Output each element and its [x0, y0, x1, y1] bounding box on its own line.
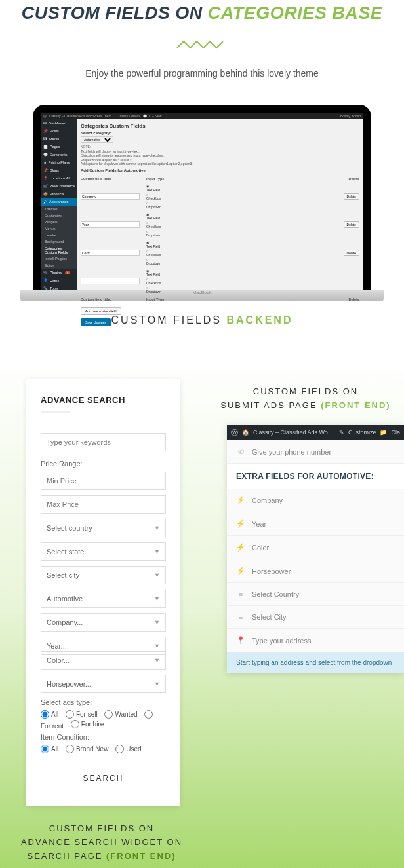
- radio-wanted[interactable]: Wanted: [104, 710, 137, 719]
- field-title-input[interactable]: [81, 278, 140, 284]
- field-title-input[interactable]: [81, 193, 140, 200]
- color-field[interactable]: ⚡Color: [227, 536, 404, 559]
- year-field[interactable]: ⚡Year: [227, 512, 404, 536]
- classify-options[interactable]: Classify Options: [117, 114, 140, 118]
- sidebar-item-blogs[interactable]: 📌Blogs: [41, 166, 77, 174]
- folder-icon[interactable]: 📁: [380, 429, 387, 436]
- chevron-down-icon: ▼: [154, 681, 160, 687]
- radio-blank[interactable]: [144, 710, 153, 719]
- radio-for-rent[interactable]: For rent: [41, 723, 64, 730]
- sidebar-item-posts[interactable]: 📌Posts: [41, 127, 77, 135]
- sidebar-item-products[interactable]: 📦Products: [41, 190, 77, 198]
- field-title-input[interactable]: [81, 250, 140, 256]
- radio-for-hire[interactable]: For hire: [71, 720, 104, 728]
- extra-fields-header: EXTRA FIELDS FOR AUTOMOTIVE:: [227, 464, 404, 489]
- address-field[interactable]: 📍Type your address: [227, 629, 404, 652]
- price-range-label: Price Range:: [41, 460, 166, 468]
- submenu-install[interactable]: Install Plugins: [41, 255, 77, 262]
- comment-icon[interactable]: 💬 0: [143, 114, 150, 118]
- new-link[interactable]: + New: [152, 114, 161, 118]
- submenu-themes[interactable]: Themes: [41, 206, 77, 212]
- country-field[interactable]: ≡Select Country: [227, 583, 404, 606]
- keywords-input[interactable]: [41, 433, 166, 451]
- list-icon: ≡: [236, 613, 245, 621]
- category-select[interactable]: Automotive: [81, 136, 113, 143]
- wp-logo-icon[interactable]: ⓦ: [231, 428, 238, 438]
- min-price-input[interactable]: [41, 472, 166, 490]
- sidebar-item-pricing[interactable]: ★Pricing Plans: [41, 159, 77, 166]
- bolt-icon: ⚡: [236, 519, 245, 528]
- wp-adminbar-front: ⓦ 🏠 Classify – Classified Ads WordPress …: [227, 425, 404, 440]
- country-select[interactable]: Select country▼: [41, 519, 166, 537]
- input-type-radios[interactable]: ◉ Text Field○ Checkbox○ Dropdown: [146, 212, 333, 238]
- search-button[interactable]: SEARCH: [41, 767, 166, 789]
- phone-icon: ✆: [236, 447, 245, 456]
- chevron-down-icon: ▼: [154, 595, 160, 602]
- add-field-button[interactable]: Add new custom field: [81, 307, 121, 315]
- sidebar-item-pages[interactable]: 📄Pages: [41, 143, 77, 151]
- locations-icon: 📍: [43, 176, 48, 180]
- submenu-menus[interactable]: Menus: [41, 225, 77, 232]
- submenu-editor[interactable]: Editor: [41, 262, 77, 269]
- tools-icon: 🔧: [43, 286, 48, 290]
- company-field[interactable]: ⚡Company: [227, 489, 404, 512]
- customize-link[interactable]: Customize: [348, 429, 376, 436]
- wp-adminbar: ⓦ Classify – Classified Ads WordPress Th…: [41, 113, 363, 119]
- company-select[interactable]: Company...▼: [41, 613, 166, 632]
- radio-brand-new[interactable]: Brand New: [66, 745, 108, 753]
- condition-label: Item Condition:: [41, 733, 166, 741]
- horsepower-field[interactable]: ⚡Horsepower: [227, 559, 404, 583]
- delete-button[interactable]: Delete: [344, 193, 359, 200]
- dashboard-icon: ⊞: [43, 121, 47, 125]
- submenu-header[interactable]: Header: [41, 232, 77, 238]
- pin-icon: 📍: [236, 636, 245, 645]
- input-type-radios[interactable]: ◉ Text Field○ Checkbox○ Dropdown: [146, 184, 333, 210]
- sidebar-item-appearance[interactable]: 🖌Appearance: [41, 198, 77, 206]
- input-type-radios[interactable]: ◉ Text Field○ Checkbox○ Dropdown: [146, 240, 333, 266]
- submenu-widgets[interactable]: Widgets: [41, 219, 77, 225]
- sidebar-item-locations[interactable]: 📍Locations All: [41, 174, 77, 182]
- input-type-radios[interactable]: ◉ Text Field○ Checkbox○ Dropdown: [146, 269, 333, 294]
- delete-button[interactable]: Delete: [344, 221, 359, 228]
- sidebar-item-dashboard[interactable]: ⊞Dashboard: [41, 119, 77, 127]
- sidebar-item-woocommerce[interactable]: 🛒WooCommerce: [41, 182, 77, 190]
- sidebar-item-comments[interactable]: 💬Comments: [41, 151, 77, 159]
- wp-main: Categories Custom Fields Select category…: [77, 119, 363, 290]
- submenu-customize[interactable]: Customize: [41, 212, 77, 219]
- chevron-down-icon: ▼: [154, 525, 160, 531]
- comments-icon: 💬: [43, 153, 48, 157]
- select-category-label: Select category:: [81, 131, 359, 135]
- wp-logo-icon: ⓦ: [43, 114, 47, 118]
- customize-icon: ✎: [339, 429, 344, 436]
- radio-used[interactable]: Used: [115, 745, 141, 753]
- save-changes-button[interactable]: Save changes: [81, 318, 111, 326]
- state-select[interactable]: Select state▼: [41, 542, 166, 561]
- radio-for-sell[interactable]: For sell: [66, 710, 98, 719]
- submenu-background[interactable]: Background: [41, 238, 77, 245]
- city-field[interactable]: ≡Select City: [227, 606, 404, 629]
- sidebar-item-users[interactable]: 👤Users: [41, 276, 77, 284]
- city-select[interactable]: Select city▼: [41, 566, 166, 584]
- radio-cond-all[interactable]: All: [41, 745, 58, 753]
- field-title-input[interactable]: [81, 221, 140, 228]
- site-name[interactable]: Classify – Classified Ads WordPress Them…: [49, 114, 114, 118]
- home-icon[interactable]: 🏠: [242, 429, 249, 436]
- horsepower-select[interactable]: Horsepower...▼: [41, 675, 166, 693]
- submit-body: ✆Give your phone number EXTRA FIELDS FOR…: [227, 440, 404, 673]
- sidebar-item-media[interactable]: 🖼Media: [41, 135, 77, 143]
- delete-button[interactable]: Delete: [344, 250, 359, 256]
- phone-field[interactable]: ✆Give your phone number: [227, 440, 404, 464]
- sidebar-item-tools[interactable]: 🔧Tools: [41, 284, 77, 292]
- submenu-catfields[interactable]: Categories Custom Fields: [41, 245, 77, 255]
- caption-search: CUSTOM FIELDS ON ADVANCE SEARCH WIDGET O…: [13, 822, 190, 863]
- condition-radios: All Brand New Used: [41, 745, 166, 755]
- color-select[interactable]: Color...▼: [41, 651, 166, 670]
- category-select[interactable]: Automotive▼: [41, 590, 166, 608]
- site-title[interactable]: Classify – Classified Ads WordPress Them…: [253, 429, 335, 436]
- radio-all[interactable]: All: [41, 710, 58, 719]
- max-price-input[interactable]: [41, 495, 166, 514]
- sidebar-item-plugins[interactable]: 🔌Plugins8: [41, 269, 77, 276]
- posts-icon: 📌: [43, 129, 48, 133]
- bolt-icon: ⚡: [236, 543, 245, 552]
- howdy-user[interactable]: Howdy, admin: [340, 114, 361, 118]
